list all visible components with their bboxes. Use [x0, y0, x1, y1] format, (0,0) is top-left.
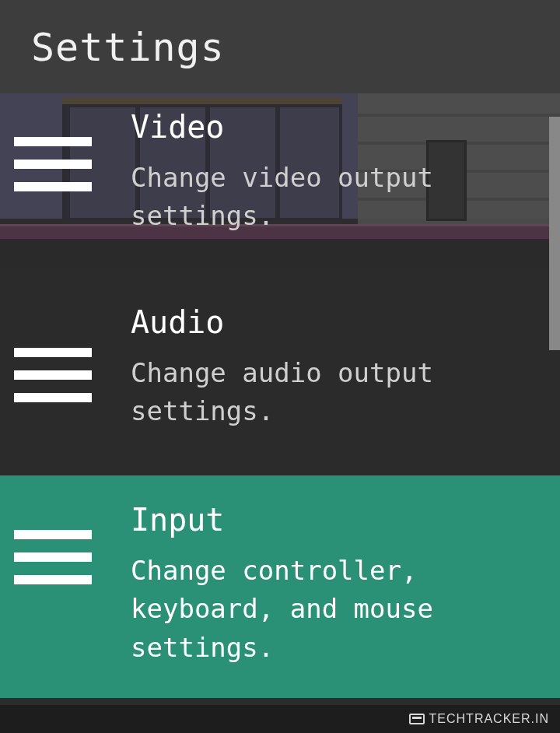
menu-item-text: Video Change video output settings. — [131, 109, 537, 236]
menu-item-desc: Change audio output settings. — [131, 354, 537, 431]
menu-item-input[interactable]: Input Change controller, keyboard, and m… — [0, 475, 560, 698]
menu-item-text: Input Change controller, keyboard, and m… — [131, 502, 537, 667]
menu-icon — [14, 137, 92, 191]
menu-item-desc: Change controller, keyboard, and mouse s… — [131, 552, 537, 667]
settings-header: Settings — [0, 0, 560, 93]
scrollbar[interactable] — [549, 117, 560, 350]
menu-item-video[interactable]: Video Change video output settings. — [0, 93, 560, 267]
menu-icon — [14, 530, 92, 584]
page-title: Settings — [31, 25, 529, 70]
menu-item-text: Audio Change audio output settings. — [131, 304, 537, 431]
watermark-icon — [409, 714, 425, 724]
menu-item-title: Video — [131, 109, 537, 145]
footer-bar: TECHTRACKER.IN — [0, 705, 560, 733]
menu-item-title: Audio — [131, 304, 537, 340]
watermark-text: TECHTRACKER.IN — [429, 712, 549, 726]
menu-icon — [14, 348, 92, 402]
menu-item-desc: Change video output settings. — [131, 159, 537, 236]
menu-item-title: Input — [131, 502, 537, 538]
settings-menu: Video Change video output settings. Audi… — [0, 93, 560, 698]
menu-item-audio[interactable]: Audio Change audio output settings. — [0, 267, 560, 476]
